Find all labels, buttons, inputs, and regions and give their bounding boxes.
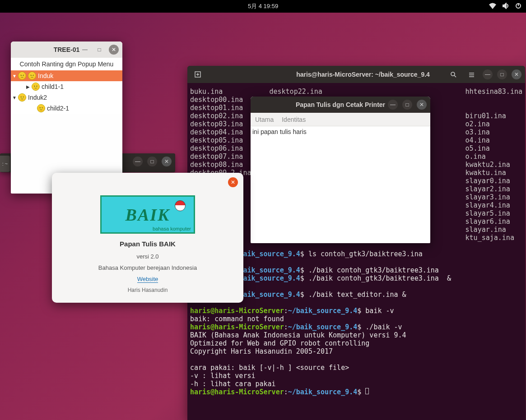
terminal-cursor	[365, 388, 369, 394]
tree-label: Induk	[38, 72, 53, 79]
bg-close-button[interactable]: ✕	[162, 157, 172, 166]
expand-arrow-icon[interactable]: ▼	[11, 95, 18, 100]
search-icon[interactable]	[447, 68, 460, 81]
about-title: Papan Tulis BAIK	[61, 240, 234, 248]
terminal-close-button[interactable]: ✕	[512, 69, 521, 79]
expand-arrow-icon[interactable]: ▶	[24, 84, 32, 89]
clock-text: 5月 4 19:59	[248, 2, 278, 10]
editor-maximize-button[interactable]: □	[402, 100, 412, 110]
smiley-icon	[28, 72, 36, 80]
editor-textarea[interactable]: ini papan tulis haris	[251, 126, 430, 137]
about-close-button[interactable]: ✕	[228, 177, 238, 187]
logo-subtitle: bahasa komputer	[153, 226, 191, 231]
svg-line-6	[454, 75, 456, 77]
tree-label: child2-1	[47, 105, 69, 112]
about-dialog: ✕ BAIK bahasa komputer Papan Tulis BAIK …	[52, 173, 243, 303]
logo-text: BAIK	[126, 205, 170, 225]
desktop-top-panel: 5月 4 19:59	[0, 0, 526, 13]
tree-minimize-button[interactable]: —	[80, 45, 90, 55]
baik-logo: BAIK bahasa komputer	[100, 195, 195, 234]
about-version: versi 2.0	[61, 253, 234, 260]
tree-window: TREE-01 — □ ✕ Contoh Ranting dgn Popup M…	[11, 42, 122, 194]
expand-arrow-icon[interactable]: ▼	[11, 74, 18, 78]
terminal-maximize-button[interactable]: □	[497, 69, 507, 79]
terminal-minimize-button[interactable]: —	[483, 69, 493, 79]
tree-item-child2-1[interactable]: child2-1	[11, 103, 122, 114]
tree-subheader: Contoh Ranting dgn Popup Menu	[11, 58, 122, 70]
editor-window: Papan Tulis dgn Cetak Printer — □ ✕ Utam…	[251, 97, 430, 243]
smiley-icon	[18, 93, 26, 102]
smiley-icon	[32, 83, 40, 91]
editor-minimize-button[interactable]: —	[388, 100, 398, 110]
editor-menubar: Utama Identitas	[251, 113, 430, 126]
power-icon[interactable]	[515, 3, 521, 10]
svg-point-5	[451, 72, 455, 76]
about-website-link[interactable]: Website	[137, 276, 158, 283]
bg-maximize-button[interactable]: □	[147, 157, 157, 166]
file-list-col3: hhtesina83.inabiru01.inao2.inao3.inao4.i…	[465, 88, 522, 242]
tree-label: child1-1	[42, 83, 64, 90]
menu-utama[interactable]: Utama	[255, 116, 274, 123]
tree-label: Induk2	[28, 94, 47, 101]
about-description: Bahasa Komputer berejaan Indonesia	[61, 264, 234, 271]
editor-close-button[interactable]: ✕	[417, 100, 427, 110]
tree-item-induk[interactable]: ▼ Induk	[11, 70, 122, 81]
tree-item-child1-1[interactable]: ▶ child1-1	[11, 81, 122, 92]
dock-shortcut[interactable]: : ~	[0, 156, 10, 172]
wifi-icon[interactable]	[489, 3, 496, 10]
tree-view[interactable]: ▼ Induk ▶ child1-1 ▼ Induk2 child2-1	[11, 70, 122, 114]
menu-identitas[interactable]: Identitas	[282, 116, 306, 123]
bg-minimize-button[interactable]: —	[133, 157, 143, 166]
smiley-icon	[37, 104, 45, 112]
about-author: Haris Hasanudin	[61, 287, 234, 293]
logo-ball-icon	[175, 200, 186, 211]
smiley-icon	[18, 72, 26, 80]
tree-close-button[interactable]: ✕	[109, 45, 119, 55]
hamburger-menu-icon[interactable]	[465, 68, 478, 81]
tree-item-induk2[interactable]: ▼ Induk2	[11, 92, 122, 103]
volume-icon[interactable]	[503, 3, 509, 10]
new-tab-icon[interactable]	[191, 68, 205, 81]
tree-maximize-button[interactable]: □	[94, 45, 104, 55]
